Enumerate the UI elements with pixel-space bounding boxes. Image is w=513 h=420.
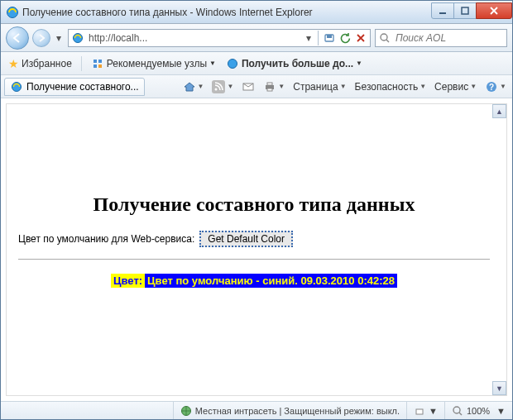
safety-label: Безопасность bbox=[355, 81, 419, 93]
form-row: Цвет по умолчанию для Web-сервиса: Get D… bbox=[18, 231, 490, 247]
get-default-color-button[interactable]: Get Default Color bbox=[199, 231, 293, 247]
page-menu[interactable]: Страница ▼ bbox=[290, 79, 348, 94]
page-heading: Получение составного типа данных bbox=[18, 193, 490, 216]
help-button[interactable]: ? ▼ bbox=[482, 79, 509, 95]
address-bar[interactable]: ▾ bbox=[68, 29, 371, 47]
svg-point-14 bbox=[215, 88, 218, 90]
tools-menu[interactable]: Сервис ▼ bbox=[432, 79, 479, 94]
svg-rect-18 bbox=[267, 88, 272, 91]
stop-icon[interactable] bbox=[354, 31, 367, 45]
content-shell: ▲ ▼ Получение составного типа данных Цве… bbox=[1, 98, 512, 401]
result-value: Цвет по умолчанию - синий. 09.03.2010 0:… bbox=[145, 274, 397, 288]
help-icon: ? bbox=[485, 80, 498, 93]
zone-segment[interactable]: Местная интрасеть | Защищенный режим: вы… bbox=[174, 402, 407, 419]
chevron-down-icon: ▼ bbox=[429, 406, 438, 416]
print-icon bbox=[263, 80, 276, 93]
svg-rect-5 bbox=[327, 35, 332, 38]
back-button[interactable] bbox=[6, 26, 29, 50]
url-dropdown[interactable]: ▾ bbox=[304, 32, 314, 44]
zoom-icon bbox=[452, 405, 463, 417]
separator bbox=[81, 56, 82, 71]
globe-icon bbox=[180, 405, 192, 417]
chevron-down-icon: ▼ bbox=[278, 83, 285, 90]
svg-rect-7 bbox=[93, 60, 97, 63]
default-color-label: Цвет по умолчанию для Web-сервиса: bbox=[18, 233, 194, 245]
svg-rect-1 bbox=[439, 12, 446, 14]
mode-segment[interactable]: ▼ bbox=[407, 402, 445, 419]
url-input[interactable] bbox=[87, 31, 301, 45]
page-label: Страница bbox=[293, 81, 338, 93]
favorites-bar: ★ Избранное Рекомендуемые узлы ▼ Получит… bbox=[1, 52, 512, 75]
suggested-label: Рекомендуемые узлы bbox=[107, 58, 207, 69]
chevron-down-icon: ▼ bbox=[420, 83, 426, 90]
chevron-down-icon: ▼ bbox=[356, 60, 362, 67]
minimize-button[interactable] bbox=[431, 2, 454, 19]
viewport: ▲ ▼ Получение составного типа данных Цве… bbox=[6, 103, 507, 396]
print-button[interactable]: ▼ bbox=[261, 79, 287, 95]
title-bar: Получение составного типа данных - Windo… bbox=[1, 1, 512, 24]
get-more-addons[interactable]: Получить больше до... ▼ bbox=[223, 55, 365, 72]
separator bbox=[318, 31, 319, 45]
maximize-button[interactable] bbox=[453, 2, 477, 19]
ie-icon bbox=[6, 6, 19, 19]
compat-view-icon[interactable] bbox=[323, 31, 336, 45]
svg-rect-10 bbox=[98, 64, 102, 68]
get-more-label: Получить больше до... bbox=[242, 58, 353, 69]
zoom-segment[interactable]: 100% ▼ bbox=[445, 402, 512, 419]
suggested-sites[interactable]: Рекомендуемые узлы ▼ bbox=[89, 55, 218, 72]
svg-rect-8 bbox=[98, 60, 102, 63]
svg-point-23 bbox=[453, 407, 460, 413]
chevron-down-icon: ▼ bbox=[496, 406, 506, 416]
title-bar-left: Получение составного типа данных - Windo… bbox=[6, 6, 313, 19]
result-label: Цвет: bbox=[111, 274, 145, 288]
search-icon bbox=[379, 31, 391, 45]
home-button[interactable]: ▼ bbox=[180, 79, 207, 95]
mail-icon bbox=[242, 80, 255, 93]
svg-rect-17 bbox=[267, 83, 272, 85]
command-bar: ▼ ▼ ▼ Страница ▼ Безопасность ▼ Сервис ▼… bbox=[148, 79, 509, 95]
favorites-label: Избранное bbox=[22, 58, 72, 69]
chevron-down-icon: ▼ bbox=[500, 83, 506, 90]
ie-small-icon bbox=[226, 57, 239, 70]
svg-rect-9 bbox=[93, 64, 97, 68]
page-icon bbox=[71, 31, 84, 45]
favorites-button[interactable]: ★ Избранное bbox=[6, 55, 74, 72]
search-bar[interactable] bbox=[375, 29, 507, 47]
search-input[interactable] bbox=[394, 31, 513, 45]
ie-tab-icon bbox=[10, 80, 23, 93]
safety-menu[interactable]: Безопасность ▼ bbox=[352, 79, 429, 94]
svg-rect-2 bbox=[462, 7, 468, 14]
svg-text:?: ? bbox=[489, 83, 494, 92]
refresh-icon[interactable] bbox=[338, 31, 352, 45]
svg-point-11 bbox=[228, 59, 237, 68]
chevron-down-icon: ▼ bbox=[198, 83, 204, 90]
forward-button[interactable] bbox=[32, 29, 50, 47]
close-button[interactable] bbox=[476, 2, 512, 19]
mail-button[interactable] bbox=[239, 79, 257, 95]
window-title: Получение составного типа данных - Windo… bbox=[22, 7, 313, 18]
history-dropdown[interactable]: ▾ bbox=[54, 32, 64, 44]
chevron-down-icon: ▼ bbox=[227, 83, 233, 90]
scroll-up-button[interactable]: ▲ bbox=[492, 104, 506, 118]
service-label: Сервис bbox=[434, 81, 468, 93]
zone-text: Местная интрасеть | Защищенный режим: вы… bbox=[195, 406, 400, 416]
mixed-icon bbox=[414, 405, 425, 417]
chevron-down-icon: ▼ bbox=[470, 83, 477, 90]
tab-active[interactable]: Получение составного... bbox=[4, 78, 145, 96]
rss-icon bbox=[212, 80, 225, 93]
zoom-value: 100% bbox=[467, 406, 490, 416]
scroll-down-button[interactable]: ▼ bbox=[492, 381, 506, 395]
svg-point-6 bbox=[381, 34, 387, 41]
chevron-down-icon: ▼ bbox=[340, 83, 347, 90]
result-line: Цвет:Цвет по умолчанию - синий. 09.03.20… bbox=[18, 274, 490, 288]
feeds-button[interactable]: ▼ bbox=[209, 79, 236, 95]
status-empty bbox=[1, 402, 174, 419]
svg-rect-22 bbox=[416, 409, 423, 414]
status-bar: Местная интрасеть | Защищенный режим: вы… bbox=[1, 401, 512, 419]
suggested-icon bbox=[91, 57, 104, 70]
window-controls bbox=[432, 2, 512, 19]
page-body: Получение составного типа данных Цвет по… bbox=[7, 104, 506, 303]
divider bbox=[18, 259, 490, 260]
nav-toolbar: ▾ ▾ bbox=[1, 24, 512, 52]
tab-title: Получение составного... bbox=[26, 81, 139, 93]
